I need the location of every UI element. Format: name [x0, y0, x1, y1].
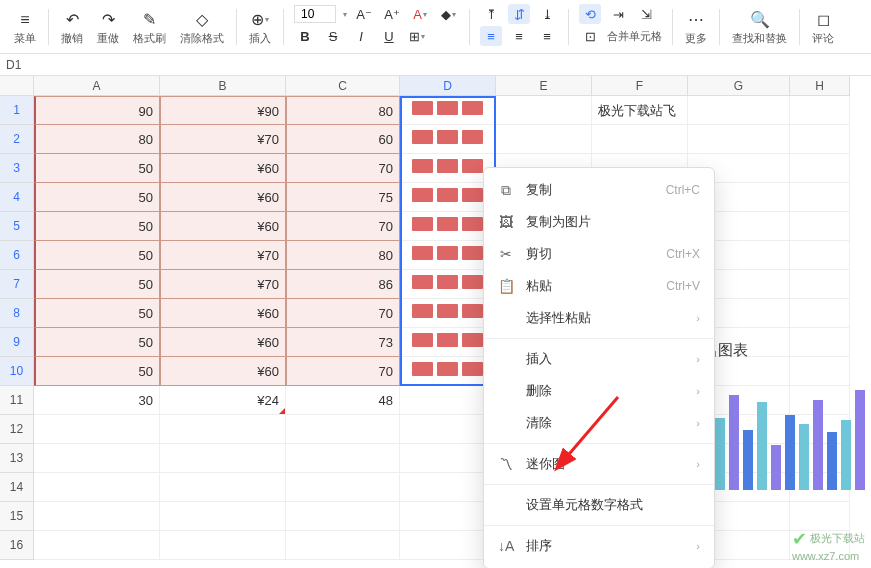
- increase-font-button[interactable]: A⁺: [381, 4, 403, 24]
- cell[interactable]: [34, 415, 160, 444]
- cell[interactable]: [400, 96, 496, 125]
- clear-format-button[interactable]: ◇ 清除格式: [174, 4, 230, 50]
- cell[interactable]: ¥60: [160, 328, 286, 357]
- cell[interactable]: [160, 415, 286, 444]
- cell[interactable]: ¥70: [160, 241, 286, 270]
- cell[interactable]: ¥60: [160, 183, 286, 212]
- name-box[interactable]: D1: [0, 58, 38, 72]
- cell[interactable]: [790, 212, 850, 241]
- cell[interactable]: [790, 154, 850, 183]
- decrease-font-button[interactable]: A⁻: [353, 4, 375, 24]
- cell[interactable]: 70: [286, 357, 400, 386]
- cell[interactable]: 极光下载站飞书表: [592, 96, 688, 125]
- cell[interactable]: ¥90: [160, 96, 286, 125]
- cell[interactable]: ¥60: [160, 357, 286, 386]
- cell[interactable]: 75: [286, 183, 400, 212]
- cell[interactable]: 50: [34, 212, 160, 241]
- ctx-copy-as-image[interactable]: 🖼 复制为图片: [484, 206, 714, 238]
- comment-button[interactable]: ◻ 评论: [806, 4, 840, 50]
- cell[interactable]: 73: [286, 328, 400, 357]
- italic-button[interactable]: I: [350, 26, 372, 46]
- row-header[interactable]: 2: [0, 125, 34, 154]
- cell[interactable]: [400, 531, 496, 560]
- strikethrough-button[interactable]: S: [322, 26, 344, 46]
- cell[interactable]: ¥60: [160, 299, 286, 328]
- align-center-button[interactable]: ≡: [508, 26, 530, 46]
- font-size-select[interactable]: 10: [294, 5, 336, 23]
- format-painter-button[interactable]: ✎ 格式刷: [127, 4, 172, 50]
- ctx-number-format[interactable]: 设置单元格数字格式: [484, 489, 714, 521]
- cell[interactable]: [34, 502, 160, 531]
- cell[interactable]: [160, 531, 286, 560]
- valign-top-button[interactable]: ⤒: [480, 4, 502, 24]
- redo-button[interactable]: ↷ 重做: [91, 4, 125, 50]
- cell[interactable]: [496, 125, 592, 154]
- fill-color-button[interactable]: ◆▾: [437, 4, 459, 24]
- cell[interactable]: 86: [286, 270, 400, 299]
- row-header[interactable]: 1: [0, 96, 34, 125]
- cell[interactable]: ¥70: [160, 270, 286, 299]
- cell[interactable]: [34, 531, 160, 560]
- row-header[interactable]: 5: [0, 212, 34, 241]
- cell[interactable]: [286, 473, 400, 502]
- cell[interactable]: [400, 328, 496, 357]
- cell[interactable]: 60: [286, 125, 400, 154]
- cell[interactable]: [592, 125, 688, 154]
- cell[interactable]: [400, 183, 496, 212]
- undo-button[interactable]: ↶ 撤销: [55, 4, 89, 50]
- cell[interactable]: [400, 444, 496, 473]
- wrap-button[interactable]: ⟲: [579, 4, 601, 24]
- cell[interactable]: 70: [286, 154, 400, 183]
- cell[interactable]: [286, 415, 400, 444]
- col-header-E[interactable]: E: [496, 76, 592, 96]
- cell[interactable]: [34, 444, 160, 473]
- row-header[interactable]: 14: [0, 473, 34, 502]
- more-button[interactable]: ⋯ 更多: [679, 4, 713, 50]
- cell[interactable]: [160, 444, 286, 473]
- borders-button[interactable]: ⊞▾: [406, 26, 428, 46]
- row-header[interactable]: 8: [0, 299, 34, 328]
- cell[interactable]: [400, 154, 496, 183]
- cell[interactable]: 80: [286, 96, 400, 125]
- menu-button[interactable]: ≡ 菜单: [8, 4, 42, 50]
- col-header-B[interactable]: B: [160, 76, 286, 96]
- ctx-clear[interactable]: 清除 ›: [484, 407, 714, 439]
- cell[interactable]: 50: [34, 241, 160, 270]
- cell[interactable]: [400, 241, 496, 270]
- cell[interactable]: [400, 415, 496, 444]
- col-header-F[interactable]: F: [592, 76, 688, 96]
- col-header-A[interactable]: A: [34, 76, 160, 96]
- cell[interactable]: 50: [34, 328, 160, 357]
- cell[interactable]: [160, 502, 286, 531]
- cell[interactable]: 50: [34, 357, 160, 386]
- cell[interactable]: [790, 270, 850, 299]
- ctx-paste[interactable]: 📋 粘贴 Ctrl+V: [484, 270, 714, 302]
- cell[interactable]: [496, 96, 592, 125]
- cell[interactable]: 30: [34, 386, 160, 415]
- cell[interactable]: [688, 125, 790, 154]
- cell[interactable]: [790, 125, 850, 154]
- ctx-insert[interactable]: 插入 ›: [484, 343, 714, 375]
- row-header[interactable]: 13: [0, 444, 34, 473]
- cell[interactable]: 50: [34, 270, 160, 299]
- cell[interactable]: 50: [34, 154, 160, 183]
- clip-button[interactable]: ⇲: [635, 4, 657, 24]
- cell[interactable]: [34, 473, 160, 502]
- row-header[interactable]: 9: [0, 328, 34, 357]
- insert-button[interactable]: ⊕▾ 插入: [243, 4, 277, 50]
- col-header-H[interactable]: H: [790, 76, 850, 96]
- cell[interactable]: [790, 96, 850, 125]
- cell[interactable]: [160, 473, 286, 502]
- row-header[interactable]: 6: [0, 241, 34, 270]
- ctx-cut[interactable]: ✂ 剪切 Ctrl+X: [484, 238, 714, 270]
- merge-icon[interactable]: ⊡: [579, 26, 601, 46]
- cell[interactable]: ¥70: [160, 125, 286, 154]
- cell[interactable]: [790, 183, 850, 212]
- row-header[interactable]: 16: [0, 531, 34, 560]
- cell[interactable]: 80: [34, 125, 160, 154]
- ctx-copy[interactable]: ⧉ 复制 Ctrl+C: [484, 174, 714, 206]
- row-header[interactable]: 10: [0, 357, 34, 386]
- select-all-corner[interactable]: [0, 76, 34, 96]
- cell[interactable]: 50: [34, 299, 160, 328]
- cell[interactable]: 80: [286, 241, 400, 270]
